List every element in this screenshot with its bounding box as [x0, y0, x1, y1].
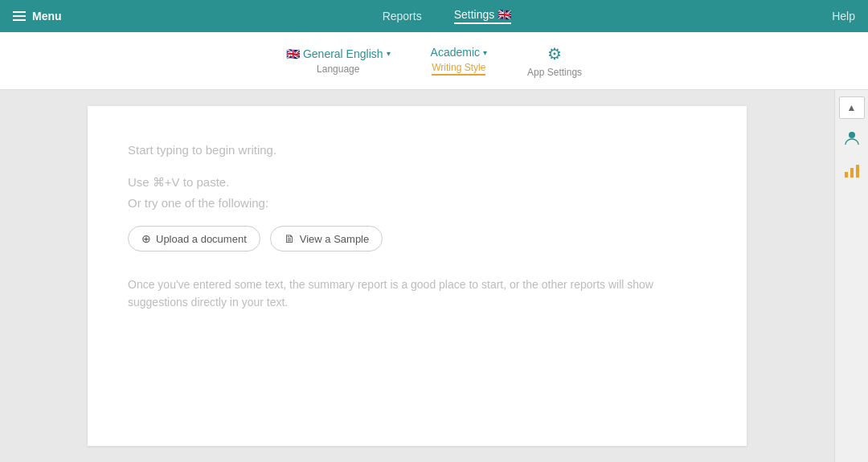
- description-text: Once you've entered some text, the summa…: [128, 276, 690, 312]
- person-icon: [842, 129, 862, 148]
- help-button[interactable]: Help: [832, 10, 855, 22]
- navbar-right: Help: [832, 10, 855, 22]
- placeholder-line2: Use ⌘+V to paste.: [128, 175, 706, 190]
- document-paper[interactable]: Start typing to begin writing. Use ⌘+V t…: [88, 106, 747, 446]
- chart-icon: [842, 161, 862, 180]
- gear-icon: ⚙: [547, 44, 562, 63]
- svg-point-0: [849, 132, 855, 138]
- right-sidebar: ▲: [834, 90, 868, 462]
- writing-style-value: Academic: [431, 46, 480, 59]
- svg-rect-3: [856, 165, 859, 178]
- placeholder-line3: Or try one of the following:: [128, 196, 706, 210]
- placeholder-line1: Start typing to begin writing.: [128, 138, 706, 162]
- app-settings-top: ⚙: [547, 44, 562, 63]
- navbar-left: Menu: [13, 10, 62, 22]
- language-flag: 🇬🇧: [286, 47, 300, 60]
- action-buttons: ⊕ Upload a document 🗎 View a Sample: [128, 226, 706, 251]
- writing-style-label: Writing Style: [432, 62, 485, 76]
- language-setting-top: 🇬🇧 General English ▾: [286, 47, 391, 60]
- reports-nav-link[interactable]: Reports: [383, 10, 422, 22]
- language-setting[interactable]: 🇬🇧 General English ▾ Language: [286, 47, 391, 75]
- document-icon: 🗎: [284, 232, 295, 245]
- menu-label: Menu: [32, 10, 62, 22]
- settings-bar: 🇬🇧 General English ▾ Language Academic ▾…: [0, 32, 868, 90]
- settings-nav-link[interactable]: Settings 🇬🇧: [454, 8, 511, 24]
- svg-rect-1: [845, 172, 848, 178]
- document-area: Start typing to begin writing. Use ⌘+V t…: [0, 90, 834, 462]
- scroll-up-button[interactable]: ▲: [839, 96, 865, 119]
- menu-button[interactable]: [13, 11, 26, 21]
- chart-sidebar-button[interactable]: [839, 157, 865, 183]
- app-settings-setting[interactable]: ⚙ App Settings: [527, 44, 582, 78]
- main-content: Start typing to begin writing. Use ⌘+V t…: [0, 90, 868, 462]
- upload-document-button[interactable]: ⊕ Upload a document: [128, 226, 260, 251]
- navbar-center: Reports Settings 🇬🇧: [383, 8, 512, 24]
- writing-style-setting-top: Academic ▾: [431, 46, 487, 59]
- language-chevron: ▾: [387, 49, 391, 58]
- writing-style-setting[interactable]: Academic ▾ Writing Style: [431, 46, 487, 76]
- person-sidebar-button[interactable]: [839, 125, 865, 151]
- view-sample-button[interactable]: 🗎 View a Sample: [270, 226, 383, 251]
- app-settings-label: App Settings: [527, 67, 582, 78]
- flag-icon: 🇬🇧: [497, 8, 511, 21]
- chevron-up-icon: ▲: [847, 102, 857, 113]
- writing-style-chevron: ▾: [483, 48, 487, 57]
- language-value: General English: [303, 47, 383, 60]
- upload-icon: ⊕: [141, 232, 151, 245]
- svg-rect-2: [850, 168, 854, 178]
- language-label: Language: [317, 63, 359, 75]
- navbar: Menu Reports Settings 🇬🇧 Help: [0, 0, 868, 32]
